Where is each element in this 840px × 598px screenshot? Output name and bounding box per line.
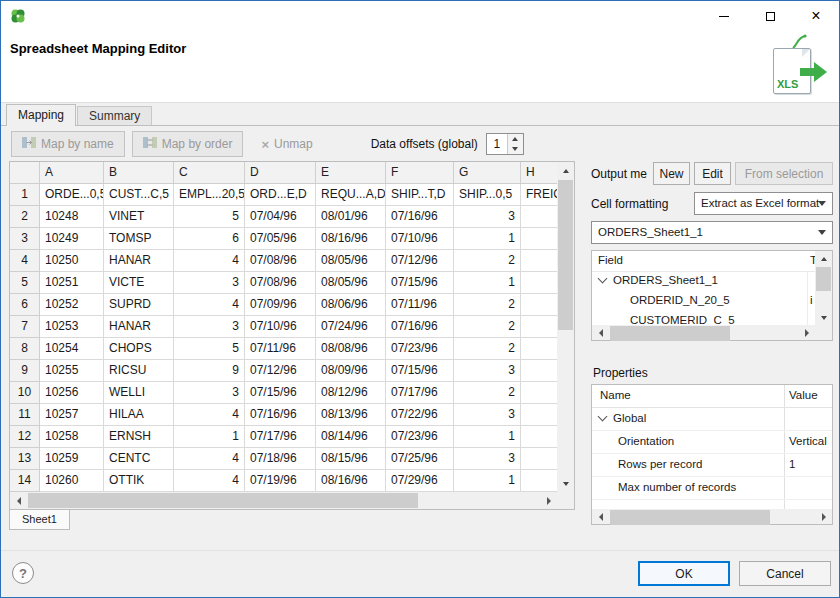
property-value[interactable] xyxy=(784,477,832,499)
grid-cell[interactable]: 1 xyxy=(454,426,521,448)
grid-cell[interactable]: 4 xyxy=(174,250,245,272)
name-column-header[interactable]: Name xyxy=(592,385,784,407)
grid-cell[interactable] xyxy=(521,228,557,250)
grid-horizontal-scrollbar[interactable] xyxy=(10,492,557,509)
grid-cell[interactable]: 08/06/96 xyxy=(316,294,386,316)
grid-cell[interactable]: 3 xyxy=(454,448,521,470)
grid-cell[interactable]: 1 xyxy=(454,228,521,250)
grid-cell[interactable]: 1 xyxy=(454,272,521,294)
grid-cell[interactable]: SUPRD xyxy=(104,294,174,316)
column-header-a[interactable]: A xyxy=(40,162,104,184)
grid-cell[interactable]: 3 xyxy=(454,360,521,382)
property-row[interactable]: OrientationVertical xyxy=(592,431,832,454)
grid-cell[interactable] xyxy=(521,404,557,426)
row-number[interactable]: 2 xyxy=(10,206,40,228)
grid-cell[interactable]: 10252 xyxy=(40,294,104,316)
scroll-left-arrow[interactable] xyxy=(592,325,609,340)
grid-cell[interactable]: 3 xyxy=(174,272,245,294)
scroll-down-arrow[interactable] xyxy=(557,475,574,492)
tree-row[interactable]: ORDERID_N_20_5i xyxy=(592,291,815,311)
grid-cell[interactable]: 07/22/96 xyxy=(386,404,454,426)
grid-cell[interactable]: 2 xyxy=(454,382,521,404)
row-number[interactable]: 11 xyxy=(10,404,40,426)
grid-cell[interactable]: HILAA xyxy=(104,404,174,426)
unmap-button[interactable]: × Unmap xyxy=(250,131,323,157)
row-number[interactable]: 7 xyxy=(10,316,40,338)
horizontal-scroll-thumb[interactable] xyxy=(28,493,418,508)
vertical-scroll-thumb[interactable] xyxy=(816,267,831,291)
grid-cell[interactable]: 10260 xyxy=(40,470,104,492)
row-number[interactable]: 5 xyxy=(10,272,40,294)
grid-cell[interactable] xyxy=(521,360,557,382)
grid-cell[interactable]: 4 xyxy=(174,404,245,426)
grid-cell[interactable]: 07/11/96 xyxy=(245,338,316,360)
grid-cell[interactable]: TOMSP xyxy=(104,228,174,250)
column-header-h[interactable]: H xyxy=(521,162,557,184)
grid-cell[interactable]: 07/25/96 xyxy=(386,448,454,470)
grid-cell[interactable]: 07/08/96 xyxy=(245,272,316,294)
map-by-order-button[interactable]: Map by order xyxy=(132,131,244,157)
property-value[interactable]: 1 xyxy=(784,454,832,476)
grid-cell[interactable]: CUST...C,5 xyxy=(104,184,174,206)
grid-cell[interactable]: 07/12/96 xyxy=(245,360,316,382)
grid-cell[interactable]: VINET xyxy=(104,206,174,228)
cell-formatting-select[interactable]: Extract as Excel format xyxy=(694,192,833,215)
grid-cell[interactable]: 4 xyxy=(174,448,245,470)
property-row[interactable]: Rows per record1 xyxy=(592,454,832,477)
grid-cell[interactable]: 1 xyxy=(454,470,521,492)
grid-cell[interactable]: SHIP...T,D xyxy=(386,184,454,206)
grid-cell[interactable]: 10253 xyxy=(40,316,104,338)
grid-cell[interactable]: 10258 xyxy=(40,426,104,448)
tree-row[interactable]: CUSTOMERID_C_5 xyxy=(592,311,815,325)
grid-cell[interactable]: 07/29/96 xyxy=(386,470,454,492)
vertical-scroll-thumb[interactable] xyxy=(558,180,573,330)
grid-cell[interactable] xyxy=(521,272,557,294)
column-header-f[interactable]: F xyxy=(386,162,454,184)
grid-cell[interactable]: 07/16/96 xyxy=(245,404,316,426)
column-header-e[interactable]: E xyxy=(316,162,386,184)
grid-cell[interactable]: 07/09/96 xyxy=(245,294,316,316)
grid-cell[interactable]: ORD...E,D xyxy=(245,184,316,206)
property-row[interactable]: Global xyxy=(592,408,832,431)
grid-cell[interactable]: 07/15/96 xyxy=(245,382,316,404)
grid-cell[interactable]: 10249 xyxy=(40,228,104,250)
grid-cell[interactable] xyxy=(521,206,557,228)
grid-cell[interactable]: VICTE xyxy=(104,272,174,294)
grid-cell[interactable]: 4 xyxy=(174,470,245,492)
grid-cell[interactable]: 08/16/96 xyxy=(316,228,386,250)
scroll-up-arrow[interactable] xyxy=(815,251,832,266)
row-number[interactable]: 8 xyxy=(10,338,40,360)
grid-cell[interactable]: 5 xyxy=(174,338,245,360)
grid-vertical-scrollbar[interactable] xyxy=(557,162,574,492)
row-number[interactable]: 9 xyxy=(10,360,40,382)
tree-horizontal-scrollbar[interactable] xyxy=(592,325,815,340)
grid-cell[interactable]: REQU...A,D xyxy=(316,184,386,206)
edit-metadata-button[interactable]: Edit xyxy=(694,162,731,185)
tree-row[interactable]: ORDERS_Sheet1_1 xyxy=(592,271,815,291)
new-metadata-button[interactable]: New xyxy=(653,162,690,185)
spinner-up-button[interactable] xyxy=(508,134,523,144)
grid-cell[interactable] xyxy=(521,382,557,404)
grid-cell[interactable]: 07/17/96 xyxy=(245,426,316,448)
horizontal-scroll-thumb[interactable] xyxy=(610,510,770,525)
cancel-button[interactable]: Cancel xyxy=(739,561,831,586)
grid-cell[interactable]: 08/15/96 xyxy=(316,448,386,470)
scroll-left-arrow[interactable] xyxy=(10,492,27,509)
grid-cell[interactable]: CHOPS xyxy=(104,338,174,360)
grid-cell[interactable] xyxy=(521,470,557,492)
help-button[interactable]: ? xyxy=(12,562,34,584)
grid-cell[interactable]: 07/18/96 xyxy=(245,448,316,470)
ok-button[interactable]: OK xyxy=(638,561,730,586)
grid-cell[interactable]: 08/05/96 xyxy=(316,272,386,294)
row-number[interactable]: 13 xyxy=(10,448,40,470)
type-column-header[interactable]: T xyxy=(807,251,815,271)
chevron-down-icon[interactable] xyxy=(598,412,608,422)
tab-mapping[interactable]: Mapping xyxy=(6,104,76,126)
grid-cell[interactable]: 07/24/96 xyxy=(316,316,386,338)
property-value[interactable]: Vertical xyxy=(784,431,832,453)
grid-cell[interactable]: FREIG... xyxy=(521,184,557,206)
tree-vertical-scrollbar[interactable] xyxy=(815,251,832,325)
grid-cell[interactable]: 08/01/96 xyxy=(316,206,386,228)
grid-cell[interactable]: 08/13/96 xyxy=(316,404,386,426)
grid-cell[interactable]: 2 xyxy=(454,250,521,272)
